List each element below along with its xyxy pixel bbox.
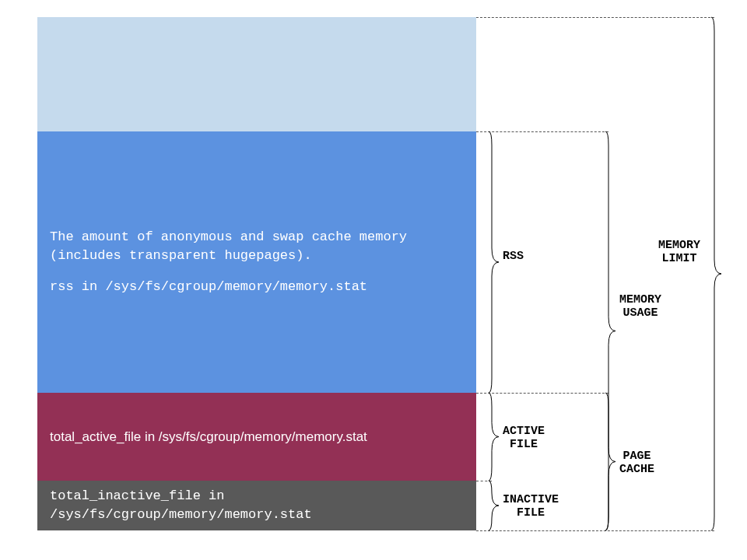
headroom-block xyxy=(37,17,476,131)
bracket-rss xyxy=(489,131,499,393)
hline-rss-top xyxy=(476,131,608,132)
memory-diagram: The amount of anonymous and swap cache m… xyxy=(0,0,747,560)
inactive-file-line2: /sys/fs/cgroup/memory/memory.stat xyxy=(50,506,464,524)
hline-inactive-top xyxy=(476,481,492,481)
label-page-cache: PAGE CACHE xyxy=(619,450,654,477)
label-rss: RSS xyxy=(503,250,524,263)
inactive-file-line1: total_inactive_file in xyxy=(50,487,464,506)
rss-desc-line2: (includes transparent hugepages). xyxy=(50,247,464,265)
label-memory-limit: MEMORY LIMIT xyxy=(658,239,700,266)
label-memory-usage: MEMORY USAGE xyxy=(619,293,661,320)
spacer xyxy=(50,265,464,278)
rss-block: The amount of anonymous and swap cache m… xyxy=(37,131,476,393)
hline-bottom xyxy=(476,530,714,531)
rss-path: rss in /sys/fs/cgroup/memory/memory.stat xyxy=(50,278,464,296)
bracket-page-cache xyxy=(605,393,615,530)
bracket-memory-limit xyxy=(711,17,721,530)
active-file-block: total_active_file in /sys/fs/cgroup/memo… xyxy=(37,393,476,481)
active-file-text: total_active_file in /sys/fs/cgroup/memo… xyxy=(50,428,464,446)
bracket-memory-usage xyxy=(605,131,615,530)
hline-top xyxy=(476,17,714,18)
bracket-active-file xyxy=(489,393,499,481)
inactive-file-block: total_inactive_file in /sys/fs/cgroup/me… xyxy=(37,481,476,530)
bracket-inactive-file xyxy=(489,481,499,530)
rss-desc-line1: The amount of anonymous and swap cache m… xyxy=(50,228,464,247)
label-active-file: ACTIVE FILE xyxy=(503,425,545,452)
label-inactive-file: INACTIVE FILE xyxy=(503,493,559,520)
hline-active-top xyxy=(476,393,608,394)
